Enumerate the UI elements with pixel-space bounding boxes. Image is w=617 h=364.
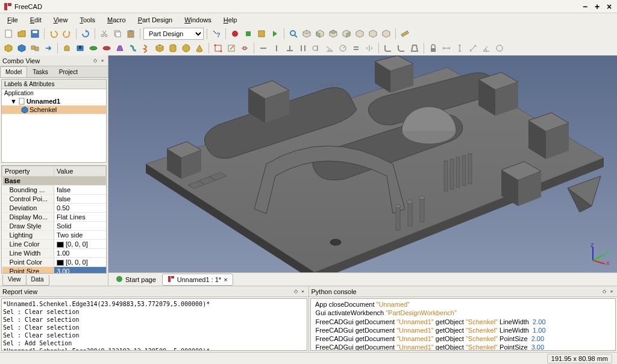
doc-tab[interactable]: Start page bbox=[111, 274, 161, 285]
send-icon[interactable] bbox=[42, 42, 54, 54]
dock-close-icon[interactable]: × bbox=[609, 289, 615, 295]
chamfer-icon[interactable] bbox=[395, 42, 407, 54]
prop-row[interactable]: Point Color[0, 0, 0] bbox=[2, 258, 106, 267]
menu-file[interactable]: File bbox=[2, 15, 23, 25]
prop-row[interactable]: Line Width1.00 bbox=[2, 249, 106, 258]
prop-row[interactable]: Control Poi...false bbox=[2, 195, 106, 204]
open-icon[interactable] bbox=[16, 28, 28, 40]
measure-icon[interactable] bbox=[399, 28, 411, 40]
dim-h-icon[interactable] bbox=[440, 42, 453, 54]
redo-icon[interactable] bbox=[61, 28, 73, 40]
sweep-icon[interactable] bbox=[127, 42, 139, 54]
tree-document[interactable]: ▼ Unnamed1 bbox=[2, 97, 106, 105]
menu-view[interactable]: View bbox=[49, 15, 73, 25]
maximize-button[interactable]: + bbox=[593, 2, 601, 11]
dock-close-icon[interactable]: × bbox=[99, 58, 105, 64]
prop-row[interactable]: LightingTwo side bbox=[2, 231, 106, 240]
axo-view-icon[interactable] bbox=[301, 28, 313, 40]
constraint-sym-icon[interactable] bbox=[363, 42, 375, 54]
save-icon[interactable] bbox=[29, 28, 41, 40]
prop-row[interactable]: Point Size3.00 bbox=[2, 267, 106, 274]
paste-icon[interactable] bbox=[125, 28, 137, 40]
constraint-equal-icon[interactable] bbox=[350, 42, 362, 54]
right-view-icon[interactable] bbox=[340, 28, 352, 40]
menu-macro[interactable]: Macro bbox=[102, 15, 131, 25]
tab-project[interactable]: Project bbox=[54, 66, 83, 77]
revolution-icon[interactable] bbox=[87, 42, 99, 54]
report-console[interactable]: *Unnamed1.Schenkel.Edge314(23.949883,53.… bbox=[1, 298, 307, 351]
dim-angle-icon[interactable] bbox=[480, 42, 492, 54]
model-tree[interactable]: Labels & Attributes Application ▼ Unname… bbox=[1, 79, 107, 163]
pad-icon[interactable] bbox=[61, 42, 73, 54]
menu-help[interactable]: Help bbox=[219, 15, 242, 25]
sketch-icon[interactable] bbox=[212, 42, 224, 54]
body-icon[interactable] bbox=[16, 42, 28, 54]
refresh-icon[interactable] bbox=[80, 28, 92, 40]
group-icon[interactable] bbox=[29, 42, 41, 54]
doc-tab[interactable]: Unnamed1 : 1*× bbox=[162, 274, 233, 286]
cone-icon[interactable] bbox=[193, 42, 205, 54]
edit-sketch-icon[interactable] bbox=[225, 42, 237, 54]
pocket-icon[interactable] bbox=[74, 42, 86, 54]
stop-icon[interactable] bbox=[242, 28, 254, 40]
fillet-icon[interactable] bbox=[382, 42, 394, 54]
constraint-v-icon[interactable] bbox=[271, 42, 283, 54]
bottom-view-icon[interactable] bbox=[367, 28, 379, 40]
new-icon[interactable] bbox=[2, 28, 14, 40]
front-view-icon[interactable] bbox=[314, 28, 326, 40]
tab-view[interactable]: View bbox=[2, 275, 27, 286]
close-button[interactable]: × bbox=[605, 2, 613, 11]
workbench-selector[interactable]: Part Design bbox=[143, 28, 204, 40]
dim-d-icon[interactable] bbox=[467, 42, 479, 54]
menu-windows[interactable]: Windows bbox=[180, 15, 216, 25]
zoom-fit-icon[interactable] bbox=[287, 28, 299, 40]
constraint-angle-icon[interactable] bbox=[324, 42, 336, 54]
dim-r-icon[interactable] bbox=[493, 42, 506, 54]
constraint-h-icon[interactable] bbox=[257, 42, 269, 54]
top-view-icon[interactable] bbox=[327, 28, 339, 40]
prop-row[interactable]: Line Color[0, 0, 0] bbox=[2, 240, 106, 249]
minimize-button[interactable]: − bbox=[581, 2, 589, 11]
cut-icon[interactable] bbox=[98, 28, 110, 40]
part-icon[interactable] bbox=[2, 42, 14, 54]
3d-viewport[interactable]: V.1.1.7 bbox=[108, 55, 617, 272]
left-view-icon[interactable] bbox=[380, 28, 392, 40]
dock-float-icon[interactable]: ◇ bbox=[293, 289, 299, 295]
lock-icon[interactable] bbox=[427, 42, 439, 54]
constraint-parallel-icon[interactable] bbox=[297, 42, 309, 54]
sphere-icon[interactable] bbox=[180, 42, 192, 54]
constraint-tangent-icon[interactable] bbox=[310, 42, 322, 54]
groove-icon[interactable] bbox=[101, 42, 113, 54]
whatsthis-icon[interactable]: ? bbox=[210, 28, 222, 40]
property-grid[interactable]: PropertyValueBaseBounding ...falseContro… bbox=[1, 165, 107, 274]
close-tab-icon[interactable]: × bbox=[224, 276, 227, 283]
record-icon[interactable] bbox=[229, 28, 241, 40]
dim-v-icon[interactable] bbox=[454, 42, 466, 54]
prop-row[interactable]: Display Mo...Flat Lines bbox=[2, 213, 106, 222]
loft-icon[interactable] bbox=[114, 42, 126, 54]
helix-icon[interactable] bbox=[140, 42, 152, 54]
map-sketch-icon[interactable] bbox=[239, 42, 251, 54]
python-console[interactable]: App closeDocument "Unnamed" Gui activate… bbox=[310, 298, 616, 351]
menu-tools[interactable]: Tools bbox=[75, 15, 100, 25]
dock-close-icon[interactable]: × bbox=[300, 289, 306, 295]
tab-data[interactable]: Data bbox=[26, 275, 49, 286]
undo-icon[interactable] bbox=[48, 28, 60, 40]
tab-model[interactable]: Model bbox=[0, 66, 27, 77]
execute-icon[interactable] bbox=[269, 28, 281, 40]
constraint-perp-icon[interactable] bbox=[284, 42, 296, 54]
dock-float-icon[interactable]: ◇ bbox=[601, 289, 607, 295]
constraint-radius-icon[interactable] bbox=[337, 42, 349, 54]
prop-row[interactable]: Draw StyleSolid bbox=[2, 222, 106, 231]
prop-row[interactable]: Deviation0.50 bbox=[2, 204, 106, 213]
tab-tasks[interactable]: Tasks bbox=[27, 66, 54, 77]
macros-icon[interactable] bbox=[255, 28, 268, 40]
prop-row[interactable]: Bounding ...false bbox=[2, 186, 106, 195]
menu-edit[interactable]: Edit bbox=[25, 15, 46, 25]
tree-root[interactable]: Application bbox=[2, 89, 106, 97]
menu-part-design[interactable]: Part Design bbox=[133, 15, 177, 25]
copy-icon[interactable] bbox=[111, 28, 124, 40]
draft-icon[interactable] bbox=[409, 42, 421, 54]
rear-view-icon[interactable] bbox=[354, 28, 366, 40]
expand-icon[interactable]: ▼ bbox=[10, 98, 17, 105]
